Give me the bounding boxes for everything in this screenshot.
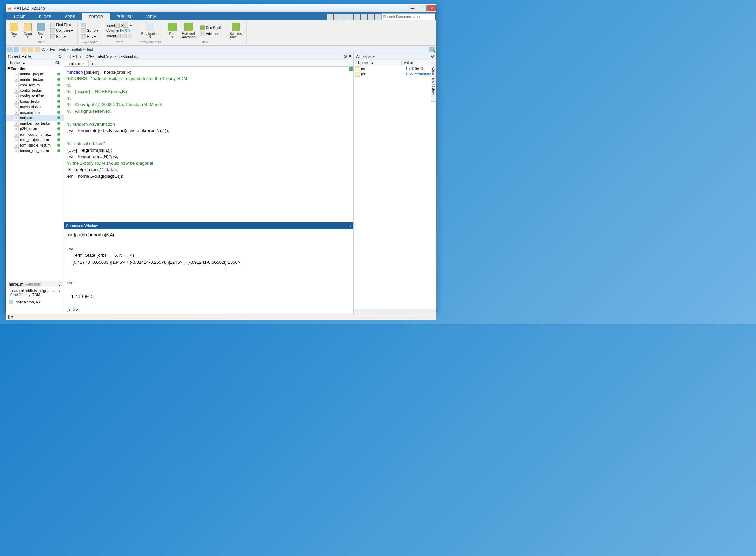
tab-publish[interactable]: PUBLISH bbox=[110, 13, 140, 20]
close-button[interactable]: ✕ bbox=[427, 5, 436, 11]
workspace-variable[interactable]: err1.7316e-15 bbox=[354, 66, 436, 72]
qat-icon-4[interactable] bbox=[347, 14, 353, 20]
run-time-button[interactable]: Run and Time bbox=[227, 22, 244, 40]
panel-menu-icon[interactable]: ⊙ bbox=[58, 54, 62, 59]
collapse-icon[interactable]: ⌄ bbox=[58, 282, 61, 287]
details-panel: norbs.m (Function) ⌄ - "natural orbitals… bbox=[6, 280, 64, 314]
svg-text:fx: fx bbox=[15, 73, 17, 76]
workspace-body[interactable]: err1.7316e-15psi15x1 fermistate bbox=[354, 66, 436, 309]
code-editor[interactable]: function [psi,err] = norbs(orbs,N) %NORB… bbox=[64, 67, 353, 222]
qat-icon-6[interactable] bbox=[361, 14, 367, 20]
tab-plots[interactable]: PLOTS bbox=[32, 13, 58, 20]
tab-close-icon[interactable]: × bbox=[83, 62, 85, 66]
comment-button[interactable]: Comment % % % bbox=[105, 28, 135, 33]
run-advance-button[interactable]: Run and Advance bbox=[180, 22, 197, 40]
file-row[interactable]: fxp2Ntest.m bbox=[6, 126, 64, 131]
insert-button[interactable]: Insert fx ▼ bbox=[105, 23, 135, 28]
run-section-button[interactable]: Run Section bbox=[199, 25, 226, 30]
workspace-scrollbar[interactable] bbox=[354, 309, 436, 314]
file-row[interactable]: fxrdm_projection.m bbox=[6, 137, 64, 142]
mfile-icon: fx bbox=[14, 110, 19, 115]
cmd-menu-icon[interactable]: ⊙ bbox=[348, 224, 351, 229]
qat-icon-5[interactable] bbox=[354, 14, 360, 20]
git-status-dot bbox=[57, 149, 60, 152]
editor-menu-icon[interactable]: ⊙ bbox=[344, 54, 347, 59]
breadcrumb-part[interactable]: FermiFab bbox=[50, 47, 66, 51]
ribbon-group-file: New▼ Open▼ Save▼ Find Files Compare ▼ Pr… bbox=[6, 20, 78, 45]
nav-back-button[interactable] bbox=[80, 22, 101, 28]
search-path-icon[interactable]: 🔍 bbox=[429, 47, 435, 52]
minimize-button[interactable]: — bbox=[408, 5, 417, 11]
tab-home[interactable]: HOME bbox=[7, 13, 32, 20]
qat-icon-3[interactable] bbox=[340, 14, 347, 20]
help-icon[interactable] bbox=[375, 14, 381, 20]
ws-menu-icon[interactable]: ⊙ bbox=[431, 54, 434, 59]
ws-col-name[interactable]: Name ▴ bbox=[354, 60, 402, 66]
nav-forward-icon[interactable] bbox=[14, 47, 19, 52]
qat-icon-7[interactable] bbox=[368, 14, 374, 20]
code-analyzer-indicator[interactable] bbox=[349, 67, 353, 71]
file-row[interactable]: fxconfig_test.m bbox=[6, 88, 64, 93]
folder-tree[interactable]: ⊟ Function fxannihil_proj.mfxannihil_tes… bbox=[6, 66, 64, 280]
file-row[interactable]: fxrdm_coulomb_te... bbox=[6, 131, 64, 137]
find-button[interactable]: Find ▼ bbox=[80, 34, 101, 39]
file-row[interactable]: fxmaxnorm.m bbox=[6, 110, 64, 115]
editor-tab-norbs[interactable]: norbs.m × bbox=[64, 61, 89, 66]
nav-browse-icon[interactable] bbox=[28, 47, 33, 52]
details-sig: norbs(orbs, N) bbox=[16, 300, 40, 304]
details-desc: - "natural orbitals": eigenstates of the… bbox=[9, 289, 61, 297]
col-git[interactable]: Git bbox=[53, 60, 64, 66]
indent-button[interactable]: Indent bbox=[105, 33, 135, 39]
tab-view[interactable]: VIEW bbox=[140, 13, 163, 20]
breadcrumb-part[interactable]: C: bbox=[41, 47, 45, 51]
nav-up-icon[interactable] bbox=[21, 47, 26, 52]
folder-function[interactable]: ⊟ Function bbox=[6, 66, 64, 71]
file-row[interactable]: fxtensor_op_test.m bbox=[6, 148, 64, 153]
file-row[interactable]: fxkraus_test.m bbox=[6, 99, 64, 104]
svg-text:fx: fx bbox=[15, 89, 17, 92]
open-button[interactable]: Open▼ bbox=[22, 22, 34, 39]
workspace-variable[interactable]: psi15x1 fermistate bbox=[354, 72, 436, 77]
breadcrumb-part[interactable]: matlab bbox=[71, 47, 82, 51]
mfile-icon: fx bbox=[14, 93, 19, 98]
file-row[interactable]: fxmaxlambda.m bbox=[6, 104, 64, 110]
col-name[interactable]: Name ▴ bbox=[6, 60, 53, 66]
save-button[interactable]: Save▼ bbox=[35, 22, 48, 39]
maximize-button[interactable]: ☐ bbox=[418, 5, 427, 11]
current-folder-header: Current Folder ⊙ bbox=[6, 53, 64, 60]
breadcrumb[interactable]: C:▸ FermiFab▸ matlab▸ test bbox=[35, 47, 428, 52]
file-row[interactable]: fxcom_rdm.m bbox=[6, 82, 64, 88]
goto-button[interactable]: Go To ▼ bbox=[80, 28, 101, 34]
ws-col-value[interactable]: Value bbox=[402, 60, 415, 66]
compare-button[interactable]: Compare ▼ bbox=[49, 28, 75, 34]
tab-apps[interactable]: APPS bbox=[58, 13, 82, 20]
nav-back-icon[interactable] bbox=[7, 47, 13, 52]
file-row[interactable]: fxnorbs.m bbox=[6, 115, 64, 121]
add-tab-button[interactable]: + bbox=[89, 61, 96, 66]
file-row[interactable]: fxrdm_single_test.m bbox=[6, 142, 64, 148]
file-row[interactable]: fxannihil_proj.m bbox=[6, 71, 64, 77]
mfile-icon: fx bbox=[14, 99, 19, 104]
command-window-body[interactable]: >> [psi,err] = norbs(6,4) psi = Fermi St… bbox=[64, 229, 353, 314]
file-row[interactable]: fxconfig_test2.m bbox=[6, 93, 64, 99]
file-row[interactable]: fxannihil_test.m bbox=[6, 77, 64, 82]
qat-icon-2[interactable] bbox=[334, 14, 340, 20]
fx-icon[interactable]: fx bbox=[67, 306, 70, 313]
breakpoints-button[interactable]: Breakpoints▼ bbox=[139, 22, 161, 39]
file-row[interactable]: fxnumber_op_test.m bbox=[6, 121, 64, 126]
breadcrumb-part[interactable]: test bbox=[87, 47, 93, 51]
command-history-tab[interactable]: Command History bbox=[431, 61, 436, 102]
new-button[interactable]: New▼ bbox=[8, 22, 20, 39]
find-files-button[interactable]: Find Files bbox=[49, 22, 75, 28]
qat-icon-1[interactable] bbox=[327, 14, 333, 20]
git-status-dot bbox=[57, 78, 60, 81]
run-button[interactable]: Run▼ bbox=[166, 22, 179, 39]
advance-button[interactable]: Advance bbox=[199, 31, 226, 36]
search-documentation-input[interactable] bbox=[381, 13, 435, 20]
print-button[interactable]: Print ▼ bbox=[49, 34, 75, 39]
ribbon-group-run: Run▼ Run and Advance Run Section Advance… bbox=[164, 20, 247, 45]
svg-text:fx: fx bbox=[15, 105, 17, 109]
editor-close-icon[interactable]: ✕ bbox=[348, 54, 351, 59]
details-header[interactable]: norbs.m (Function) ⌄ bbox=[7, 281, 62, 287]
tab-editor[interactable]: EDITOR bbox=[82, 13, 109, 20]
